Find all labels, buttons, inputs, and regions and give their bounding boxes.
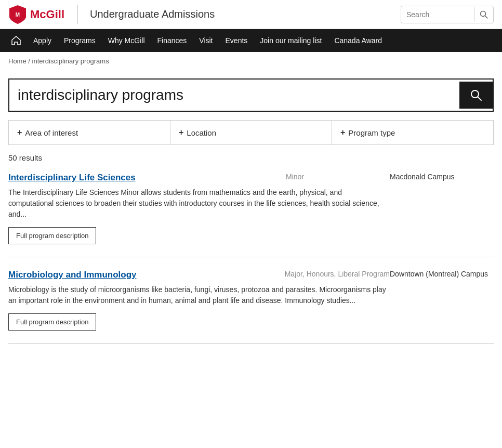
svg-line-2 [485,16,488,18]
main-content: + Area of interest + Location + Program … [0,70,502,364]
nav-item-finances[interactable]: Finances [151,30,193,51]
site-header: M McGill Undergraduate Admissions [0,0,502,29]
main-search-area [8,78,494,112]
nav-item-canada-award[interactable]: Canada Award [328,30,388,51]
breadcrumb: Home / interdisciplinary programs [0,52,502,70]
nav-item-apply[interactable]: Apply [27,30,58,51]
mcgill-logo[interactable]: M McGill [8,4,64,25]
nav-item-why-mcgill[interactable]: Why McGill [102,30,151,51]
breadcrumb-current: interdisciplinary programs [32,57,109,65]
site-title: Undergraduate Admissions [90,8,215,20]
nav-home-icon[interactable] [5,30,27,51]
program-link-btn-1[interactable]: Full program description [8,313,96,331]
filter-plus-icon-2: + [340,128,345,137]
mcgill-name: McGill [30,8,64,21]
program-location-1: Downtown (Montreal) Campus [390,270,494,278]
program-title-0[interactable]: Interdisciplinary Life Sciences [8,173,286,183]
nav-item-programs[interactable]: Programs [58,30,102,51]
program-meta-0: Minor Macdonald Campus [286,173,494,181]
results-count: 50 results [8,153,494,162]
program-card-0: Interdisciplinary Life Sciences Minor Ma… [8,173,494,257]
filter-plus-icon-1: + [179,128,183,137]
header-search-box [401,6,494,23]
filter-location[interactable]: + Location [170,120,332,145]
filter-label-2: Program type [348,128,395,137]
filter-plus-icon-0: + [17,128,22,137]
main-search-button[interactable] [459,82,493,109]
breadcrumb-separator: / [28,57,30,65]
header-left: M McGill Undergraduate Admissions [8,4,215,25]
main-search-input[interactable] [9,80,459,111]
program-header-1: Microbiology and Immunology Major, Honou… [8,270,494,280]
program-desc-1: Microbiology is the study of microorgani… [8,284,388,306]
home-icon [11,36,21,45]
filter-program-type[interactable]: + Program type [332,120,494,145]
filter-row: + Area of interest + Location + Program … [8,120,494,145]
program-desc-0: The Interdisciplinary Life Sciences Mino… [8,187,388,220]
svg-line-4 [478,97,482,101]
program-type-0: Minor [286,173,390,181]
header-search-input[interactable] [401,7,474,22]
mcgill-shield-icon: M [8,4,27,25]
filter-area-of-interest[interactable]: + Area of interest [8,120,170,145]
program-meta-1: Major, Honours, Liberal Program Downtown… [285,270,494,278]
nav-item-visit[interactable]: Visit [193,30,219,51]
breadcrumb-home[interactable]: Home [8,57,27,65]
filter-label-0: Area of interest [25,128,78,137]
header-divider [77,5,77,24]
program-type-1: Major, Honours, Liberal Program [285,270,390,278]
program-header-0: Interdisciplinary Life Sciences Minor Ma… [8,173,494,183]
filter-label-1: Location [187,128,216,137]
program-link-btn-0[interactable]: Full program description [8,227,96,244]
program-card-1: Microbiology and Immunology Major, Honou… [8,270,494,344]
main-nav: Apply Programs Why McGill Finances Visit… [0,29,502,52]
svg-text:M: M [16,12,20,18]
search-icon [480,10,488,19]
program-location-0: Macdonald Campus [390,173,494,181]
nav-item-events[interactable]: Events [219,30,254,51]
nav-item-mailing-list[interactable]: Join our mailing list [254,30,328,51]
header-search-button[interactable] [474,7,493,22]
main-search-icon [470,89,482,101]
program-title-1[interactable]: Microbiology and Immunology [8,270,285,280]
